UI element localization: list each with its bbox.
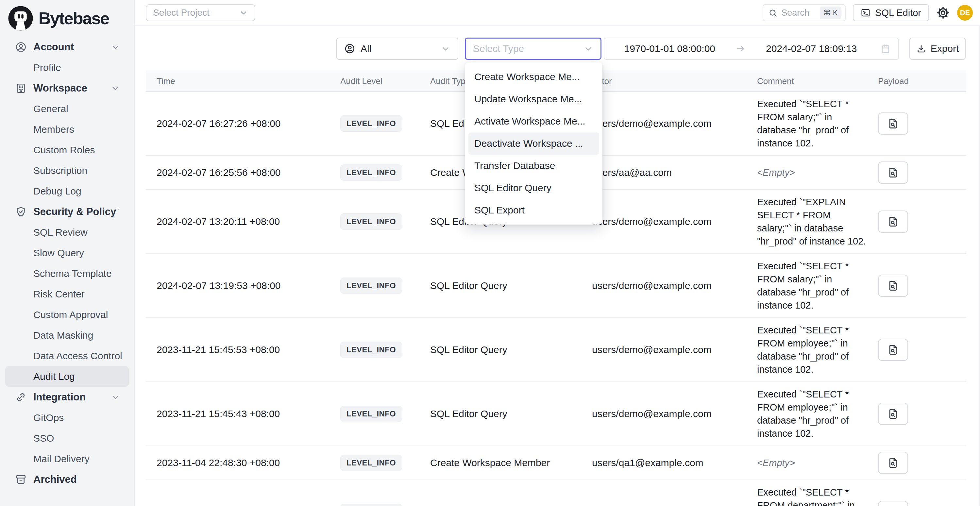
- view-payload-button[interactable]: [878, 452, 908, 474]
- sidebar: Bytebase Account Profile Wo: [0, 0, 135, 506]
- cell-level: LEVEL_INFO: [340, 342, 430, 358]
- gear-icon[interactable]: [936, 6, 950, 20]
- sidebar-item-label: Risk Center: [33, 289, 85, 300]
- table-row: 2024-02-07 13:19:53 +08:00 LEVEL_INFO SQ…: [146, 254, 966, 318]
- sidebar-item-label: Subscription: [33, 165, 87, 176]
- cell-payload: [878, 161, 966, 184]
- cell-level: LEVEL_INFO: [340, 164, 430, 181]
- sidebar-item-label: Profile: [33, 62, 61, 73]
- view-payload-button[interactable]: [878, 275, 908, 297]
- cell-level: LEVEL_INFO: [340, 406, 430, 422]
- view-payload-button[interactable]: [878, 161, 908, 184]
- audit-type-menu-item[interactable]: Activate Workspace Me...: [465, 110, 603, 132]
- select-project-dropdown[interactable]: Select Project: [146, 4, 255, 21]
- view-payload-button[interactable]: [878, 403, 908, 425]
- audit-type-menu-item[interactable]: Transfer Database: [465, 154, 603, 177]
- cell-level: LEVEL_INFO: [340, 455, 430, 471]
- search-input[interactable]: Search ⌘ K: [763, 4, 846, 21]
- sidebar-item[interactable]: Data Masking: [5, 325, 129, 345]
- file-search-icon: [887, 118, 899, 129]
- level-badge: LEVEL_INFO: [340, 213, 402, 230]
- sidebar-item[interactable]: Members: [5, 119, 129, 140]
- sidebar-item[interactable]: Account: [5, 37, 129, 57]
- type-filter-dropdown[interactable]: Select Type: [465, 38, 601, 60]
- sidebar-item[interactable]: Workspace: [5, 78, 129, 99]
- sidebar-item-label: Mail Delivery: [33, 453, 89, 465]
- cell-level: LEVEL_INFO: [340, 504, 430, 506]
- sidebar-item-label: Archived: [33, 474, 77, 485]
- download-icon: [916, 44, 926, 54]
- brand: Bytebase: [0, 0, 134, 35]
- arrow-right-icon: [735, 43, 746, 54]
- cell-comment: <Empty>: [757, 166, 878, 179]
- sidebar-item[interactable]: Subscription: [5, 160, 129, 181]
- cell-actor: users/demo@example.com: [592, 118, 757, 129]
- audit-type-menu-item[interactable]: Update Workspace Me...: [465, 88, 603, 110]
- cell-actor: users/demo@example.com: [592, 408, 757, 419]
- sidebar-item-label: Members: [33, 124, 74, 135]
- view-payload-button[interactable]: [878, 339, 908, 361]
- avatar[interactable]: DE: [957, 5, 973, 21]
- sidebar-item[interactable]: Custom Roles: [5, 140, 129, 160]
- sidebar-item[interactable]: Audit Log: [5, 366, 129, 387]
- sidebar-item[interactable]: Risk Center: [5, 284, 129, 304]
- chevron-down-icon: [239, 8, 248, 18]
- sidebar-item-label: Audit Log: [33, 371, 75, 382]
- audit-type-menu-item[interactable]: Create Workspace Me...: [465, 66, 603, 88]
- sidebar-item[interactable]: Custom Approval: [5, 304, 129, 325]
- sidebar-item[interactable]: SSO: [5, 428, 129, 449]
- sidebar-item[interactable]: GitOps: [5, 407, 129, 428]
- sidebar-item[interactable]: Data Access Control: [5, 345, 129, 366]
- chevron-down-icon: [110, 83, 120, 93]
- filter-bar: All Select Type 1970-01-01 08:00:00 2024…: [135, 38, 966, 60]
- chevron-down-icon: [110, 42, 120, 52]
- cell-payload: [878, 275, 966, 297]
- view-payload-button[interactable]: [878, 210, 908, 233]
- cell-comment: Executed `"SELECT * FROM employee;"` in …: [757, 388, 878, 440]
- level-badge: LEVEL_INFO: [340, 406, 402, 422]
- file-search-icon: [887, 167, 899, 178]
- sidebar-item[interactable]: Mail Delivery: [5, 449, 129, 469]
- sidebar-item[interactable]: Schema Template: [5, 263, 129, 284]
- sidebar-item[interactable]: General: [5, 99, 129, 119]
- link-icon: [15, 391, 27, 403]
- actor-filter-dropdown[interactable]: All: [336, 38, 458, 60]
- export-button[interactable]: Export: [909, 38, 966, 60]
- audit-type-menu: Create Workspace Me...Update Workspace M…: [465, 62, 603, 224]
- sidebar-item[interactable]: Debug Log: [5, 181, 129, 201]
- audit-type-menu-item[interactable]: Deactivate Workspace ...: [468, 132, 599, 154]
- column-header-actor: Actor: [592, 76, 757, 86]
- sidebar-item[interactable]: Integration: [5, 387, 129, 407]
- audit-type-menu-item[interactable]: SQL Export: [465, 199, 603, 221]
- bytebase-logo: [7, 5, 34, 32]
- user-circle-icon: [15, 41, 27, 53]
- cell-time: 2023-11-21 15:45:43 +08:00: [146, 408, 340, 419]
- cell-type: SQL Editor Query: [430, 344, 592, 355]
- chevron-down-icon: [584, 44, 593, 54]
- brand-name: Bytebase: [38, 8, 109, 28]
- sidebar-item[interactable]: Security & Policy: [5, 201, 129, 222]
- actor-filter-value: All: [361, 43, 436, 54]
- sql-editor-button[interactable]: SQL Editor: [853, 4, 929, 21]
- date-to-value: 2024-02-07 18:09:13: [746, 43, 877, 54]
- cell-comment: Executed `"EXPLAIN SELECT * FROM salary;…: [757, 196, 878, 248]
- cell-payload: [878, 113, 966, 135]
- topbar-actions: Search ⌘ K SQL Editor DE: [763, 4, 973, 21]
- audit-log-page: All Select Type 1970-01-01 08:00:00 2024…: [135, 26, 980, 506]
- audit-type-menu-item[interactable]: SQL Editor Query: [465, 177, 603, 199]
- cell-comment: Executed `"SELECT * FROM employee;"` in …: [757, 324, 878, 376]
- cell-type: SQL Editor Query: [430, 408, 592, 419]
- column-header-time: Time: [146, 76, 340, 86]
- sidebar-item[interactable]: Profile: [5, 57, 129, 78]
- sidebar-item-label: Security & Policy: [33, 206, 116, 218]
- cell-type: SQL Editor Query: [430, 280, 592, 291]
- view-payload-button[interactable]: [878, 501, 908, 506]
- sidebar-item[interactable]: Slow Query: [5, 243, 129, 263]
- calendar-icon: [880, 43, 891, 54]
- view-payload-button[interactable]: [878, 113, 908, 135]
- cell-comment: Executed `"SELECT * FROM department;"` i…: [757, 486, 878, 506]
- sidebar-item[interactable]: Archived: [5, 469, 129, 490]
- sidebar-item[interactable]: SQL Review: [5, 222, 129, 243]
- date-range-picker[interactable]: 1970-01-01 08:00:00 2024-02-07 18:09:13: [604, 38, 899, 60]
- cell-payload: [878, 403, 966, 425]
